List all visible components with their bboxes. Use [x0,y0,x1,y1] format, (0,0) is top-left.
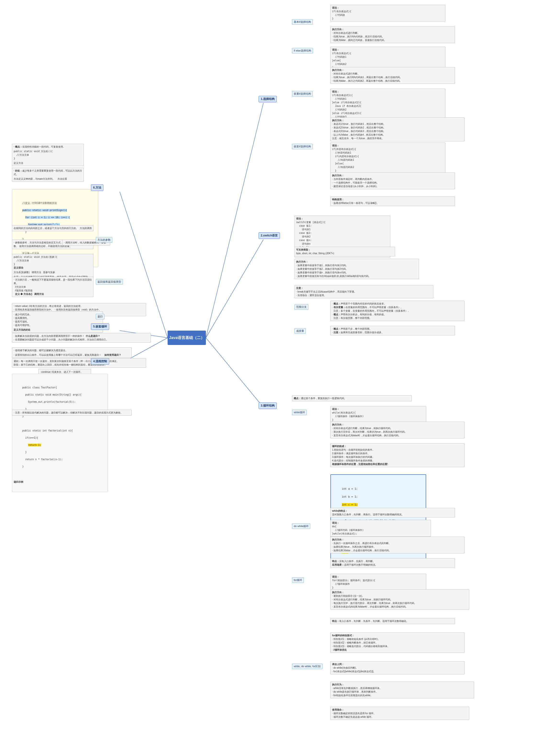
leaf-do-while-syntax: 语法： do{ //循环代码 (循环体操作) }while(布尔表达式); [331,520,431,537]
leaf-nested-if-exec: 执行方向： · 当外层条件满足时，再判断内层条件。 · 一个选择结构中，可套嵌另… [331,173,455,189]
mind-map: Java语言基础（二） 1.选择结构 基本if选择结构 语法： if(布尔表达式… [0,0,560,752]
sub-recursion: 递归 [96,314,104,319]
leaf-quality-note: · 概点：声明若干步，整个内部范围。 · 注意：如果和完成质量否则，范围分值分成… [331,326,455,335]
sub-for: for循环 [292,577,304,583]
leaf-recursion-note: · 减少代码冗余。 · 提高重用性。 · 提高可读性。 · 提高可维护性。 定义… [12,311,103,333]
leaf-basic-if-exec: 执行方向： · 对布尔表达式进行判断。 · 结果为true，执行if内代码块，然… [331,26,455,43]
svg-line-1 [206,239,263,338]
leaf-multi-if-exec: 执行方向： · 表达式1为true，执行代码块1，然后出整个结构。 · 表达式2… [331,117,464,141]
sub-method-param: 方法的参数 [96,237,112,243]
central-node: Java语言基础（二） [167,331,206,345]
leaf-switch-exec: 执行方向： · 如果变量中的值等于值1，则执行语句块1代码。 · 如果变量中的值… [295,259,419,279]
text-syntax: if(布尔表达式){ //代码块 } [332,9,444,20]
sub-nested-if: 嵌套if选择结构 [292,144,313,149]
leaf-method-concept: · 概点：实现特性功能的一段代码，可复复使用。 public static vo… [12,144,84,166]
leaf-loop-diff-exec: 执行行为： · while没有先判断就执行，然后再继续循环体。 · do whi… [331,681,474,698]
leaf-return-detail: · 方法执行后，一般情况下不要返回值给结果，是一段结果下列方法活流结果。 //方… [12,277,93,297]
sub-basic-if: 基本if选择结构 [292,19,313,25]
branch-loop: 3.循环结构 [259,403,277,409]
leaf-recursion-warning: · 注意：所有能以迭代解决的问题，递归都可以解决；但解决不到出现问题，递归的实现… [12,410,132,416]
leaf-while-exec: 执行方向： · 对布尔表达式进行判断，结果为true，则执行循环代码。 · 第次… [331,422,464,438]
label-syntax: 语法： [332,6,444,9]
leaf-do-while-exec: 执行方向： · 先执行一次循环操作之后，再进行布尔表达式的判断。 · 如果结果为… [331,537,464,553]
leaf-nested-if-note: 特殊使用： · 如果在if和else只有一条语句，可以省略{}。 [331,196,455,206]
svg-line-0 [206,103,263,338]
leaf-for-exec: 执行方向： · 最初执行初始部分 (仅一次)。 · 对布尔表达式进行判断，结果为… [331,589,469,610]
branch-method: 6.方法 [91,185,103,191]
sub-while: while循环 [292,410,307,415]
sub-multi-if: 多重if选择结构 [292,91,313,97]
text-exec: · 对布尔表达式进行判断。 · 结果为true，执行if内代码块，然后行后续代码… [332,31,453,42]
leaf-for-patterns: for循环的特别形式： · 特别形式1：省略初始化条件 (从而出错时)。 · 特… [331,633,464,653]
leaf-while-syntax: 语法： while(布尔表达式){ //循环操作 (循环体操作) } [331,406,426,423]
leaf-loop-diff-above: 表达上同： · do while(先做后判断)。 · for(表达式)[whil… [331,661,464,674]
sub-quality: 成质量 [295,328,306,334]
svg-line-2 [206,338,263,407]
leaf-loop-diff-use: 使用场合： · 循环次数确定的情况选先选用 for 循环。 · 循环次数不确定先… [331,707,469,720]
branch-nested-loop: 5.嵌套循环 [91,323,109,330]
branch-selection: 1.选择结构 [259,96,277,102]
sub-if-else: if else选择结构 [292,48,313,53]
label-exec: 执行方向： [332,27,453,31]
leaf-switch-types: 可支持类型： byte, short, int, char, String (J… [295,247,395,256]
branch-switch: 2.switch语言 [259,232,280,239]
leaf-method-benefit: · 好处：减少有多个之类需要重复使用一段代码，可以以方法的方式。 方法定义义神内… [12,168,84,182]
leaf-basic-if-syntax: 语法： if(布尔表达式){ //代码块 } [331,5,445,22]
sub-loop-diff: while, do while, for区别 [292,663,322,669]
leaf-recursion-what: · 如果解决当前层的问题，在方法内部需要调用类型不一种的操作！ 什么是递归？ ·… [12,333,151,343]
leaf-method-call-note: 在相同的方法内的内部之后，或者这个方法与另外的行方的。 方法的调用 [12,225,93,231]
branch-control: 4.流程控制 [91,358,109,365]
leaf-for-syntax: 语法： for(初始部分; 循环条件; 迭代部分){ //循环体操作 } [331,574,426,591]
leaf-range-note: · 概点：声明若干个范围内对应的代码的状态改变。 · 布尔变量：在变量的作用范围… [331,301,464,321]
leaf-while-note: while的特点： 适对复数入口条件，先判断，再执行。适用于循环次数明确的情况。 [331,508,455,518]
leaf-recursion-rule: 通则：每一次调用只使一次递归，直到某次到递推至某个条件（即：出口条件），结束调到… [12,358,146,368]
leaf-switch-note: 注意： · break关键字不在之后的case结构中，而且能向下穿透。 · 应用… [295,285,433,298]
sub-do-while: do while循环 [292,523,310,529]
leaf-loop-concept: 概点：通过某个条件，重复的执行一段逻辑代码。 [292,395,412,401]
sub-return-type: 返回值和返回值类型 [96,279,123,285]
sub-range: 范围分支 [295,304,308,310]
leaf-recursion-code: public class TestFactor{ public static v… [12,374,108,492]
leaf-recursion-note2: · 使得难于解决的问题，都可以被解决为逐层递去。 · 设置特别的出口条件，可以以… [12,347,132,358]
leaf-if-else-exec: 执行方向： · 对布尔表达式进行判断。 · 结果为true，执行if内代码块1，… [331,67,455,84]
leaf-do-while-note: 特点：没有入口条件，先执行，再判断。 应用场景：适用于循环次数不明确的情况。 [331,558,455,568]
leaf-for-note: 特点：有入口条件，先判断，先条件，先判断。适用于循环次数明确化。 [331,618,455,624]
leaf-while-condition: 循环的组成： 1.初始化语句：在循环前初始化的条件。 2.循环条件：满足循环执行… [331,443,464,467]
